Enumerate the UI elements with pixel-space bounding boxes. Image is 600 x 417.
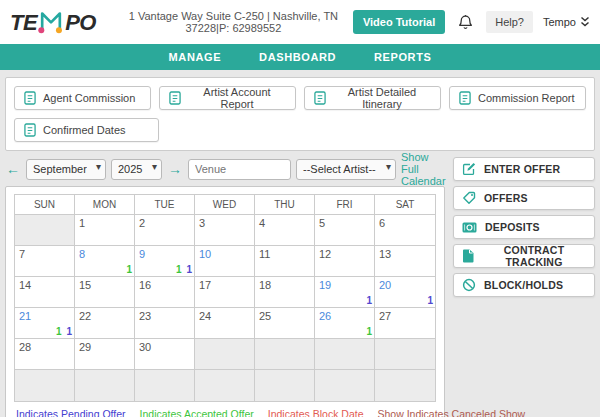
day-number-pending[interactable]: 20 [379, 279, 391, 291]
offers-button[interactable]: OFFERS [453, 186, 595, 210]
calendar-day-cell[interactable]: 30 [135, 339, 195, 370]
day-number[interactable]: 3 [199, 217, 205, 229]
show-full-calendar-link[interactable]: Show Full Calendar [401, 151, 446, 187]
nav-manage[interactable]: MANAGE [169, 51, 222, 63]
next-month-arrow[interactable]: → [167, 162, 183, 176]
day-number[interactable]: 11 [259, 248, 270, 260]
day-number[interactable]: 6 [379, 217, 385, 229]
button-label: ENTER OFFER [484, 163, 560, 175]
artist-select[interactable]: --Select Artist-- [296, 159, 396, 180]
calendar-day-cell[interactable]: 191 [315, 277, 375, 308]
calendar-day-cell[interactable]: 29 [75, 339, 135, 370]
calendar-day-cell[interactable]: 81 [75, 246, 135, 277]
day-number-pending[interactable]: 8 [79, 248, 85, 260]
calendar-legend: Indicates Pending Offer Indicates Accept… [14, 408, 436, 417]
day-number[interactable]: 24 [199, 310, 211, 322]
calendar-day-cell[interactable]: 3 [195, 215, 255, 246]
agent-commission-button[interactable]: Agent Commission [14, 86, 151, 110]
day-count-badges: 1 [427, 295, 433, 306]
pending-count-badge[interactable]: 1 [366, 295, 372, 306]
calendar-day-cell[interactable]: 7 [15, 246, 75, 277]
calendar-day-cell[interactable]: 14 [15, 277, 75, 308]
calendar-day-cell[interactable]: 4 [255, 215, 315, 246]
calendar-day-cell[interactable]: 13 [375, 246, 435, 277]
nav-reports[interactable]: REPORTS [374, 51, 431, 63]
calendar-day-cell[interactable]: 16 [135, 277, 195, 308]
accepted-count-badge[interactable]: 1 [366, 326, 372, 337]
confirmed-dates-button[interactable]: Confirmed Dates [14, 118, 159, 142]
day-number-pending[interactable]: 10 [199, 248, 211, 260]
prev-month-arrow[interactable]: ← [5, 162, 21, 176]
calendar-day-cell[interactable]: 1 [75, 215, 135, 246]
day-number[interactable]: 16 [139, 279, 151, 291]
calendar-day-cell[interactable]: 201 [375, 277, 435, 308]
calendar-day-cell[interactable]: 5 [315, 215, 375, 246]
day-number[interactable]: 5 [319, 217, 325, 229]
artist-account-report-button[interactable]: Artist Account Report [159, 86, 296, 110]
day-number-pending[interactable]: 26 [319, 310, 331, 322]
day-number[interactable]: 1 [79, 217, 85, 229]
day-number[interactable]: 14 [19, 279, 31, 291]
pending-count-badge[interactable]: 1 [66, 326, 72, 337]
commission-report-button[interactable]: Commission Report [449, 86, 586, 110]
deposits-button[interactable]: DEPOSITS [453, 215, 595, 239]
calendar-day-cell[interactable]: 2 [135, 215, 195, 246]
day-number-pending[interactable]: 21 [19, 310, 31, 322]
day-number[interactable]: 12 [319, 248, 331, 260]
pending-count-badge[interactable]: 1 [427, 295, 433, 306]
enter-offer-button[interactable]: ENTER OFFER [453, 157, 595, 181]
nav-dashboard[interactable]: DASHBOARD [259, 51, 336, 63]
day-number[interactable]: 13 [379, 248, 391, 260]
calendar-day-cell[interactable]: 27 [375, 308, 435, 339]
day-number[interactable]: 17 [199, 279, 211, 291]
pending-count-badge[interactable]: 1 [186, 264, 192, 275]
day-count-badges: 11 [176, 264, 192, 275]
contract-tracking-button[interactable]: CONTRACT TRACKING [453, 244, 595, 268]
month-select[interactable]: September [26, 159, 106, 180]
day-number[interactable]: 25 [259, 310, 271, 322]
accepted-count-badge[interactable]: 1 [126, 264, 132, 275]
logo-text-te: TE [10, 10, 37, 36]
video-tutorial-button[interactable]: Video Tutorial [353, 10, 445, 34]
day-number[interactable]: 15 [79, 279, 91, 291]
day-number[interactable]: 18 [259, 279, 271, 291]
day-number[interactable]: 30 [139, 341, 151, 353]
bell-icon [457, 14, 474, 31]
help-button[interactable]: Help? [486, 11, 533, 33]
calendar-day-cell[interactable]: 17 [195, 277, 255, 308]
day-number[interactable]: 28 [19, 341, 31, 353]
calendar-day-cell[interactable]: 2111 [15, 308, 75, 339]
day-number[interactable]: 7 [19, 248, 25, 260]
calendar-day-cell[interactable]: 261 [315, 308, 375, 339]
calendar-day-cell[interactable]: 25 [255, 308, 315, 339]
accepted-count-badge[interactable]: 1 [56, 326, 62, 337]
day-number[interactable]: 27 [379, 310, 391, 322]
notifications-button[interactable] [455, 12, 476, 33]
day-number[interactable]: 23 [139, 310, 151, 322]
calendar-day-cell[interactable]: 23 [135, 308, 195, 339]
venue-input[interactable] [188, 159, 291, 180]
block-holds-button[interactable]: BLOCK/HOLDS [453, 273, 595, 297]
day-number[interactable]: 29 [79, 341, 91, 353]
day-number[interactable]: 4 [259, 217, 265, 229]
accepted-count-badge[interactable]: 1 [176, 264, 182, 275]
year-select[interactable]: 2025 [111, 159, 162, 180]
calendar-day-cell[interactable]: 24 [195, 308, 255, 339]
calendar-day-cell[interactable]: 28 [15, 339, 75, 370]
calendar-day-cell[interactable]: 22 [75, 308, 135, 339]
calendar-day-cell[interactable]: 911 [135, 246, 195, 277]
report-document-icon [24, 91, 36, 105]
user-menu[interactable]: Tempo [543, 16, 592, 28]
calendar-day-cell[interactable]: 18 [255, 277, 315, 308]
day-number-pending[interactable]: 9 [139, 248, 145, 260]
calendar-day-cell[interactable]: 6 [375, 215, 435, 246]
calendar-day-cell[interactable]: 10 [195, 246, 255, 277]
calendar-day-cell[interactable]: 12 [315, 246, 375, 277]
artist-detailed-itinerary-button[interactable]: Artist Detailed Itinerary [304, 86, 441, 110]
day-number[interactable]: 2 [139, 217, 145, 229]
calendar-day-cell[interactable]: 11 [255, 246, 315, 277]
calendar-day-cell[interactable]: 15 [75, 277, 135, 308]
calendar-empty-cell [195, 370, 255, 401]
day-number-pending[interactable]: 19 [319, 279, 331, 291]
day-number[interactable]: 22 [79, 310, 91, 322]
